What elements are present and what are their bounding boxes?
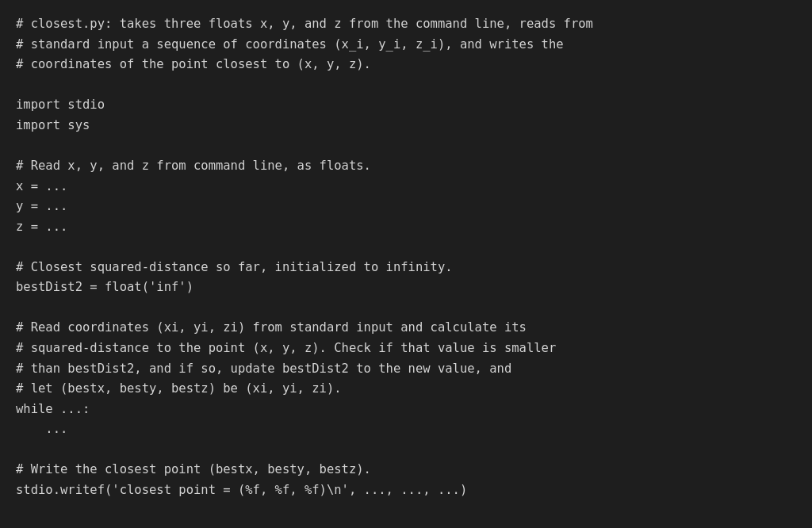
code-content: # closest.py: takes three floats x, y, a…	[16, 14, 796, 501]
code-editor: # closest.py: takes three floats x, y, a…	[0, 0, 812, 528]
